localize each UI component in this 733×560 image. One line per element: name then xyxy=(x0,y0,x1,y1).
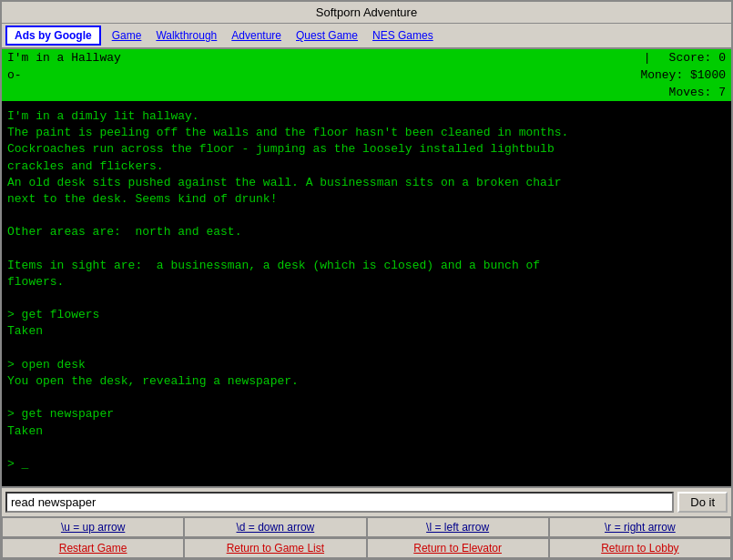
status-bar-money: o- Money: $1000 xyxy=(2,66,731,84)
command-input[interactable] xyxy=(5,492,674,513)
game-text-area: I'm in a dimly lit hallway. The paint is… xyxy=(2,101,731,486)
moves-text: Moves: 7 xyxy=(669,86,726,99)
nav-quest-game[interactable]: Quest Game xyxy=(289,27,365,44)
bottom-nav: Restart Game Return to Game List Return … xyxy=(2,537,731,558)
do-it-button[interactable]: Do it xyxy=(677,492,728,513)
nav-bar: Ads by Google Game Walkthrough Adventure… xyxy=(2,24,731,49)
arrow-row: \u = up arrow \d = down arrow \l = left … xyxy=(2,516,731,537)
nav-walkthrough[interactable]: Walkthrough xyxy=(148,27,224,44)
status-separator: | xyxy=(644,51,651,65)
status-bar-location: I'm in a Hallway | Score: 0 xyxy=(2,49,731,66)
game-area: I'm in a Hallway | Score: 0 o- Money: $1… xyxy=(2,49,731,486)
title-bar: Softporn Adventure xyxy=(2,2,731,24)
app-container: Softporn Adventure Ads by Google Game Wa… xyxy=(0,0,733,560)
nav-adventure[interactable]: Adventure xyxy=(224,27,289,44)
restart-game-button[interactable]: Restart Game xyxy=(2,538,184,558)
o-dash: o- xyxy=(7,68,640,82)
score-text: Score: 0 xyxy=(669,51,726,65)
nav-nes-games[interactable]: NES Games xyxy=(365,27,441,44)
down-arrow-button[interactable]: \d = down arrow xyxy=(184,517,366,537)
return-to-game-list-button[interactable]: Return to Game List xyxy=(184,538,366,558)
location-text: I'm in a Hallway xyxy=(7,51,644,65)
ads-by-google[interactable]: Ads by Google xyxy=(5,25,101,46)
input-area: Do it xyxy=(2,486,731,516)
return-to-elevator-button[interactable]: Return to Elevator xyxy=(367,538,549,558)
up-arrow-button[interactable]: \u = up arrow xyxy=(2,517,184,537)
right-arrow-button[interactable]: \r = right arrow xyxy=(549,517,731,537)
status-bar-moves: Moves: 7 xyxy=(2,84,731,101)
left-arrow-button[interactable]: \l = left arrow xyxy=(367,517,549,537)
nav-game[interactable]: Game xyxy=(105,27,149,44)
page-title: Softporn Adventure xyxy=(316,5,417,19)
return-to-lobby-button[interactable]: Return to Lobby xyxy=(549,538,731,558)
money-text: Money: $1000 xyxy=(640,68,726,82)
